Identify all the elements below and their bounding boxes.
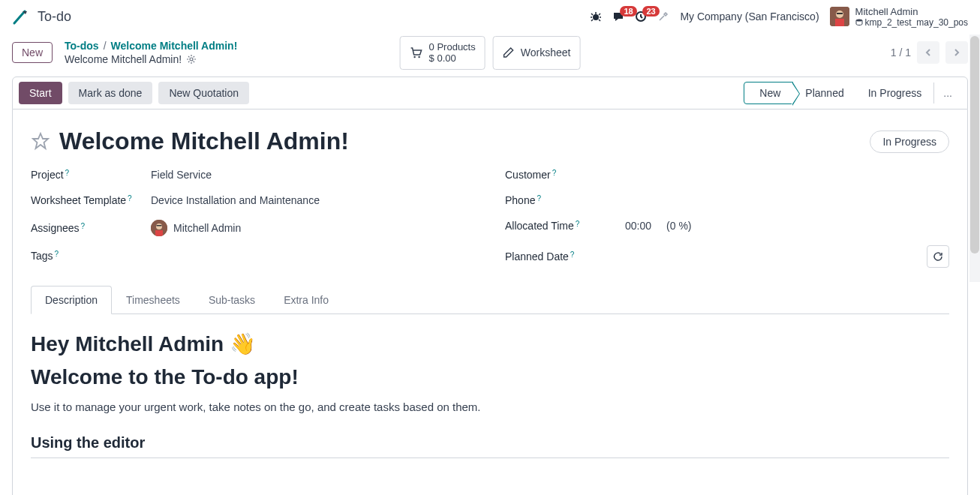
avatar	[830, 7, 849, 26]
scrollbar[interactable]	[969, 34, 980, 282]
svg-point-6	[856, 20, 862, 22]
activities-icon[interactable]: 23	[635, 10, 647, 22]
refresh-icon	[933, 251, 943, 262]
action-bar: New To-dos / Welcome Mitchell Admin! Wel…	[0, 34, 980, 76]
status-bar: Start Mark as done New Quotation New Pla…	[12, 76, 968, 110]
svg-rect-12	[155, 230, 163, 236]
company-selector[interactable]: My Company (San Francisco)	[680, 10, 819, 22]
help-icon[interactable]: ?	[570, 250, 575, 259]
messages-badge: 18	[620, 6, 636, 16]
bug-icon[interactable]	[590, 10, 602, 22]
description-divider	[31, 458, 949, 458]
app-logo[interactable]	[12, 8, 30, 26]
tags-label: Tags?	[31, 250, 151, 262]
phone-label: Phone?	[505, 194, 625, 206]
tabs: Description Timesheets Sub-tasks Extra I…	[31, 286, 949, 314]
help-icon[interactable]: ?	[65, 169, 70, 177]
stage-selector: New Planned In Progress ...	[744, 82, 961, 104]
form-sheet: Welcome Mitchell Admin! In Progress Proj…	[12, 110, 968, 495]
planned-date-label: Planned Date?	[505, 250, 625, 262]
breadcrumb-separator: /	[104, 39, 107, 52]
svg-rect-5	[837, 13, 843, 14]
worksheet-button[interactable]: Worksheet	[493, 36, 581, 70]
stage-planned[interactable]: Planned	[793, 82, 855, 104]
svg-rect-13	[157, 225, 162, 226]
cart-icon	[410, 46, 423, 59]
allocated-time-label: Allocated Time?	[505, 220, 625, 232]
stage-more[interactable]: ...	[933, 82, 961, 104]
breadcrumb-root[interactable]: To-dos	[65, 39, 99, 52]
stage-new[interactable]: New	[744, 82, 793, 104]
help-icon[interactable]: ?	[576, 220, 580, 228]
assignees-label: Assignees?	[31, 222, 151, 234]
svg-point-9	[418, 56, 419, 58]
pencil-icon	[503, 46, 515, 58]
worksheet-template-label: Worksheet Template?	[31, 194, 151, 206]
svg-point-8	[413, 56, 415, 58]
user-database: kmp_2_test_may_30_pos	[855, 17, 968, 28]
mark-done-button[interactable]: Mark as done	[68, 82, 153, 104]
assignee-avatar	[151, 220, 167, 236]
description-content[interactable]: Hey Mitchell Admin 👋 Welcome to the To-d…	[31, 329, 949, 458]
pager-prev[interactable]	[917, 41, 939, 64]
in-progress-button[interactable]: In Progress	[870, 130, 949, 153]
tools-icon[interactable]	[657, 10, 669, 22]
messages-icon[interactable]: 18	[612, 10, 624, 22]
tab-description[interactable]: Description	[31, 286, 112, 314]
svg-point-0	[593, 14, 599, 20]
description-paragraph: Use it to manage your urgent work, take …	[31, 400, 949, 413]
allocated-time-value[interactable]: 00:00 (0 %)	[625, 220, 949, 232]
assignees-value[interactable]: Mitchell Admin	[151, 220, 475, 236]
gear-icon[interactable]	[186, 54, 197, 64]
chevron-left-icon	[924, 48, 933, 57]
help-icon[interactable]: ?	[55, 250, 59, 258]
record-title[interactable]: Welcome Mitchell Admin!	[59, 128, 861, 155]
user-name: Mitchell Admin	[855, 6, 968, 18]
help-icon[interactable]: ?	[537, 194, 541, 202]
worksheet-template-value[interactable]: Device Installation and Maintenance	[151, 194, 475, 206]
help-icon[interactable]: ?	[81, 222, 86, 230]
record-name: Welcome Mitchell Admin!	[65, 52, 182, 66]
description-heading-2: Welcome to the To-do app!	[31, 362, 949, 392]
app-title[interactable]: To-do	[38, 9, 71, 25]
project-value[interactable]: Field Service	[151, 169, 475, 181]
help-icon[interactable]: ?	[128, 194, 132, 202]
pager-text[interactable]: 1 / 1	[891, 46, 911, 58]
project-label: Project?	[31, 169, 151, 181]
description-heading-1: Hey Mitchell Admin 👋	[31, 329, 949, 358]
refresh-button[interactable]	[927, 245, 949, 268]
activities-badge: 23	[642, 6, 659, 16]
tab-timesheets[interactable]: Timesheets	[112, 286, 194, 314]
top-navbar: To-do 18 23 My Company (San Francisco) M…	[0, 0, 980, 34]
tab-subtasks[interactable]: Sub-tasks	[194, 286, 269, 314]
svg-point-7	[190, 58, 193, 61]
stage-in-progress[interactable]: In Progress	[856, 82, 934, 104]
breadcrumb: To-dos / Welcome Mitchell Admin!	[65, 39, 237, 52]
star-icon[interactable]	[31, 132, 50, 152]
tab-extra-info[interactable]: Extra Info	[269, 286, 343, 314]
products-button[interactable]: 0 Products $ 0.00	[400, 36, 485, 70]
new-quotation-button[interactable]: New Quotation	[158, 82, 249, 104]
svg-point-11	[156, 224, 162, 230]
database-icon	[855, 19, 863, 26]
user-menu[interactable]: Mitchell Admin kmp_2_test_may_30_pos	[830, 6, 968, 28]
chevron-right-icon	[952, 48, 961, 57]
customer-label: Customer?	[505, 169, 625, 181]
start-button[interactable]: Start	[19, 82, 62, 104]
new-button[interactable]: New	[12, 42, 53, 63]
description-subheading: Using the editor	[31, 434, 949, 452]
breadcrumb-current[interactable]: Welcome Mitchell Admin!	[111, 39, 238, 52]
svg-rect-4	[835, 19, 844, 26]
scrollbar-thumb[interactable]	[970, 36, 979, 254]
help-icon[interactable]: ?	[552, 169, 557, 177]
pager-next[interactable]	[945, 41, 968, 64]
